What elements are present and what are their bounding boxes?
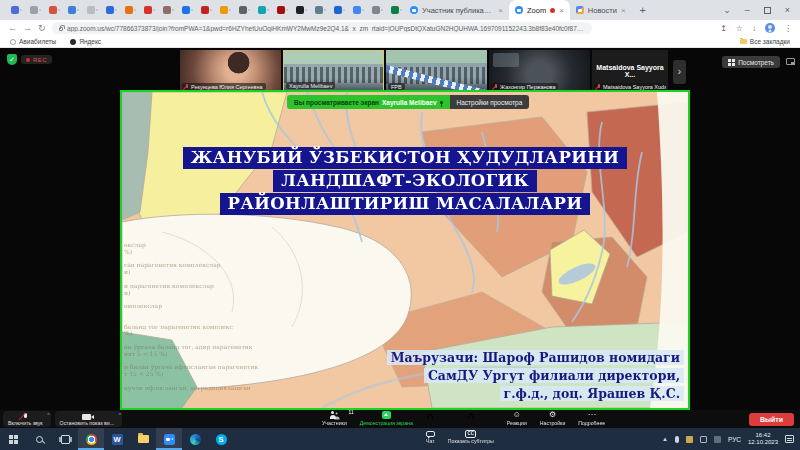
unmute-button[interactable]: ^ Включить звук [3,411,51,427]
close-tab-icon[interactable]: × [621,6,626,15]
captions-button[interactable]: ^ CC Показать субтитры [448,411,494,444]
pinned-tab-favicon[interactable] [125,6,133,14]
tab-zoom[interactable]: Zoom × [509,0,570,20]
pinned-tab-favicon[interactable] [201,6,209,14]
view-layout-button[interactable]: Посмотреть [722,56,780,68]
bookmark-yandex[interactable]: Яндекс [70,38,101,45]
pinned-tab-favicon[interactable] [182,6,190,14]
taskbar-skype[interactable] [208,428,234,450]
pinned-tab-favicon[interactable] [334,6,342,14]
taskbar-zoom[interactable] [156,428,182,450]
taskbar-file-explorer[interactable] [130,428,156,450]
start-button[interactable] [0,428,26,450]
tray-network-icon[interactable] [714,436,721,443]
share-icon[interactable]: ↥ [720,24,727,33]
pinned-tab-favicon[interactable] [144,6,152,14]
taskbar-clock[interactable]: 16:42 12.10.2023 [748,432,778,446]
url-input[interactable]: app.zoom.us/wc/77866373873/join?fromPWA=… [52,22,592,34]
taskbar-edge[interactable] [182,428,208,450]
participant-name: Xayrulla Melibaev [289,83,332,89]
leave-meeting-button[interactable]: Выйти [749,413,794,426]
task-view-icon [61,435,70,444]
new-tab-button[interactable]: + [632,4,654,16]
reload-button[interactable]: ↻ [38,23,46,33]
chat-chevron-icon[interactable]: ^ [427,411,435,429]
more-button[interactable]: ⋯ Подробнее [578,411,605,426]
legend-line: екслар [124,242,258,249]
view-button-label: Посмотреть [738,59,774,66]
close-window-button[interactable]: × [785,5,790,15]
minimize-button[interactable]: – [745,5,750,15]
bookmark-star-icon[interactable]: ☆ [736,24,743,33]
bookmark-label: Авиабилеты [19,38,56,45]
slide-title: ЖАНУБИЙ ЎЗБЕКИСТОН ҲУДУДЛАРИНИ ЛАНДШАФТ-… [122,146,688,216]
browser-menu-icon[interactable]: ⋮ [784,24,792,33]
forward-button[interactable]: → [23,23,32,33]
security-shield-icon[interactable]: ✓ [7,54,17,65]
pinned-tab-favicon[interactable] [49,6,57,14]
tray-mic-icon[interactable] [675,436,679,443]
participant-video-1[interactable]: Рекунцева Юлия Сергеевна [180,50,281,92]
maximize-button[interactable] [764,7,771,14]
legend-line: и парагенетик комплекслар [124,283,258,290]
all-bookmarks-button[interactable]: Все закладки [740,38,790,45]
settings-button[interactable]: ⚙ Настройки [540,411,565,426]
taskbar-chrome[interactable] [78,428,104,450]
pinned-tab-favicon[interactable] [11,6,19,14]
task-view-button[interactable] [52,428,78,450]
pinned-tab-favicon[interactable] [239,6,247,14]
pinned-tab-favicon[interactable] [391,6,399,14]
yandex-icon [70,39,76,45]
pinned-tab-favicon[interactable] [220,6,228,14]
pinned-tab-favicon[interactable] [258,6,266,14]
pinned-tab-favicon[interactable] [30,6,38,14]
settings-label: Настройки [540,420,565,426]
reactions-button[interactable]: ☺ Реакции [507,411,527,426]
download-icon[interactable]: ↓ [752,24,756,33]
pinned-tab-favicon[interactable] [353,6,361,14]
view-settings-button[interactable]: Настройки просмотра [450,95,530,109]
popout-icon[interactable] [786,58,795,65]
profile-avatar[interactable] [765,23,775,33]
share-screen-button[interactable]: Демонстрация экрана [360,411,413,426]
taskbar-word[interactable] [104,428,130,450]
language-indicator[interactable]: РУС [728,436,741,443]
toast-message: Вы просматриваете экран Xayrulla Melibae… [287,95,450,109]
taskbar-search-button[interactable] [26,428,52,450]
tab-search-chevron-icon[interactable]: ⌄ [723,5,731,15]
pinned-tab-favicon[interactable] [87,6,95,14]
participant-video-5[interactable]: Matsaidova Sayyora X... Matsaidova Sayyo… [592,50,668,92]
chat-button[interactable]: ^ Чат [426,411,435,444]
pinned-tab-favicon[interactable] [277,6,285,14]
participant-video-3[interactable]: FPB [386,50,487,92]
back-button[interactable]: ← [8,23,17,33]
pinned-tab-favicon[interactable] [296,6,304,14]
tray-shield-icon[interactable] [686,436,693,443]
windows-logo-icon [9,435,18,444]
pinned-tab-favicon[interactable] [68,6,76,14]
pinned-tab-favicon[interactable] [163,6,171,14]
tab-news[interactable]: Новости × [570,0,632,20]
tab-participant-publication[interactable]: Участник публикации - 2 × [404,0,509,20]
participant-video-4[interactable]: Жахонгир Пержанова [489,50,590,92]
video-options-chevron-icon[interactable]: ^ [119,412,121,418]
bookmark-aviabilety[interactable]: Авиабилеты [10,38,56,45]
pinned-tab-favicon[interactable] [315,6,323,14]
pinned-tab-favicon[interactable] [106,6,114,14]
legend-line: и) [124,269,258,276]
audio-options-chevron-icon[interactable]: ^ [47,412,49,418]
participants-button[interactable]: 11 Участники [322,411,347,426]
close-tab-icon[interactable]: × [498,6,503,15]
more-participants-button[interactable]: › [673,60,686,84]
close-tab-icon[interactable]: × [559,6,564,15]
captions-chevron-icon[interactable]: ^ [467,411,475,429]
tray-chevron-icon[interactable]: ▲ [662,436,668,442]
tray-display-icon[interactable] [700,436,707,443]
legend-line: %) [124,249,258,256]
notification-center-icon[interactable] [785,435,794,443]
muted-mic-icon [185,84,189,90]
legend-line: кучли ифлосланган, деградациялашган [124,385,258,392]
participant-video-2[interactable]: Xayrulla Melibaev [283,50,384,92]
stop-video-button[interactable]: ^ Остановить показ ви... [55,411,122,427]
pinned-tab-favicon[interactable] [372,6,380,14]
